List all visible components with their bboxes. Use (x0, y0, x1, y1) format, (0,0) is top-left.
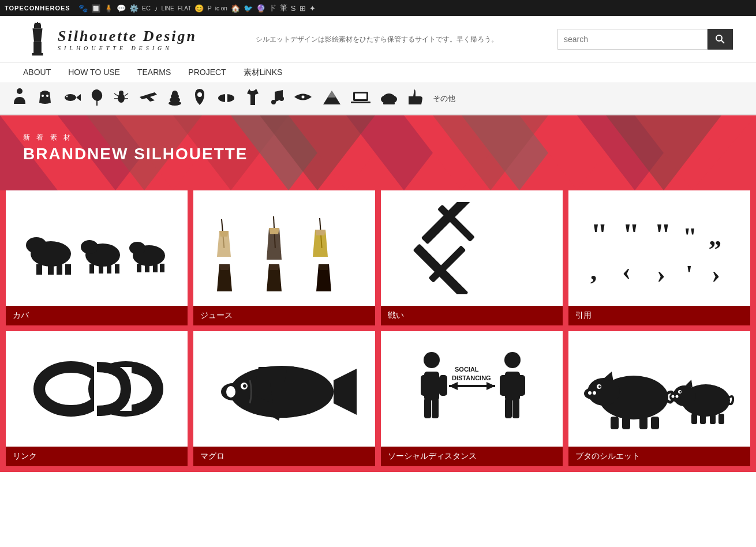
svg-rect-72 (145, 264, 149, 272)
topbar-icon-flat[interactable]: FLAT (178, 5, 192, 12)
site-header: Silhouette Design SILHOUETTE DESIGN シルエッ… (0, 16, 756, 63)
grid-item-quotes[interactable]: " " " , ‹ › " „ ' › 引用 (568, 190, 750, 325)
svg-rect-65 (89, 264, 94, 274)
search-input[interactable] (557, 29, 708, 50)
social-label: ソーシャルディスタンス (381, 447, 563, 466)
nav-how-to-use[interactable]: HOW TO USE (68, 68, 120, 78)
cat-eye[interactable] (293, 91, 313, 107)
cat-other-label[interactable]: その他 (433, 93, 455, 104)
svg-text:‹: ‹ (622, 257, 631, 286)
svg-point-8 (17, 88, 23, 94)
topbar-icon-music[interactable]: ♪ (154, 4, 158, 13)
svg-rect-60 (48, 264, 54, 275)
topbar-icon-gem[interactable]: 🔮 (256, 4, 265, 13)
pig-label: ブタのシルエット (568, 447, 750, 466)
svg-text:›: › (712, 260, 720, 289)
topbar-icon-bird[interactable]: 🐦 (244, 4, 253, 13)
svg-point-29 (279, 96, 284, 101)
nav-links[interactable]: 素材LiNKS (244, 68, 283, 78)
pig-image (568, 331, 750, 447)
svg-rect-119 (439, 375, 447, 396)
search-icon (715, 34, 725, 44)
topbar-icon-grid[interactable]: ⊞ (300, 4, 306, 13)
content-grid: カバ (0, 190, 756, 472)
svg-point-31 (302, 96, 305, 99)
cat-poop[interactable] (167, 88, 182, 109)
svg-point-24 (172, 91, 178, 96)
svg-point-151 (679, 391, 681, 393)
svg-marker-89 (319, 264, 329, 270)
svg-rect-66 (99, 264, 103, 274)
topbar-icon-star[interactable]: ✦ (309, 4, 316, 13)
topbar-icon-do[interactable]: ド (269, 3, 276, 13)
cat-thumbs-up[interactable] (407, 88, 424, 109)
svg-point-28 (271, 100, 276, 104)
grid-item-social[interactable]: SOCIAL DISTANCING ソーシャルディスタンス (381, 331, 563, 466)
grid-item-pig[interactable]: ブタのシルエット (568, 331, 750, 466)
cat-person[interactable] (12, 88, 28, 110)
cat-bug[interactable] (113, 89, 129, 108)
svg-text:": " (654, 217, 672, 252)
cat-mountain[interactable] (322, 89, 342, 108)
pig-svg (582, 343, 738, 435)
cat-music[interactable] (270, 88, 284, 109)
svg-rect-67 (107, 264, 111, 274)
svg-point-136 (588, 391, 592, 395)
topbar-icon-line[interactable]: LINE (161, 5, 174, 12)
svg-rect-5 (35, 23, 40, 25)
drinks-image (193, 190, 375, 306)
svg-rect-2 (33, 42, 42, 54)
svg-point-16 (119, 91, 123, 95)
cat-laptop[interactable] (351, 89, 370, 108)
grid-item-chain[interactable]: リンク (6, 331, 188, 466)
svg-point-113 (226, 386, 235, 398)
topbar-icon-s[interactable]: S (291, 4, 296, 13)
topbar-icon-3[interactable]: 🧍 (104, 4, 113, 13)
social-svg: SOCIAL DISTANCING (394, 343, 550, 435)
svg-rect-154 (700, 414, 706, 424)
top-bar: TOPECONHEROES 🐾 🔲 🧍 💬 ⚙️ EC ♪ LINE FLAT … (0, 0, 756, 16)
svg-rect-120 (424, 398, 431, 418)
svg-marker-77 (219, 231, 229, 237)
svg-point-11 (65, 94, 76, 101)
topbar-icon-2[interactable]: 🔲 (91, 4, 100, 13)
svg-point-148 (671, 395, 674, 398)
nav-tearms[interactable]: TEARMS (137, 68, 171, 78)
topbar-icon-p[interactable]: P (207, 5, 211, 12)
cat-map[interactable] (192, 88, 208, 110)
cat-fashion[interactable] (245, 88, 261, 110)
topbar-icon-4[interactable]: 💬 (117, 4, 126, 13)
svg-rect-73 (153, 264, 158, 272)
svg-rect-118 (421, 375, 429, 396)
logo-area: Silhouette Design SILHOUETTE DESIGN (23, 22, 197, 57)
nav-project[interactable]: PROJECT (188, 68, 226, 78)
svg-point-58 (26, 237, 47, 253)
hippo-image (6, 190, 188, 306)
cat-pill[interactable] (217, 91, 235, 107)
cat-monster[interactable] (37, 88, 53, 110)
logo-text: Silhouette Design SILHOUETTE DESIGN (58, 28, 197, 51)
topbar-icon-fude[interactable]: 筆 (280, 3, 287, 13)
cat-plant[interactable] (90, 88, 104, 109)
cat-plane[interactable] (139, 89, 158, 108)
topbar-icon-ec[interactable]: EC (142, 5, 151, 12)
svg-rect-156 (718, 414, 724, 424)
grid-item-tuna[interactable]: マグロ (193, 331, 375, 466)
topbar-icon-house[interactable]: 🏠 (231, 4, 240, 13)
grid-item-hippo[interactable]: カバ (6, 190, 188, 325)
cat-food[interactable] (380, 89, 398, 108)
grid-item-drinks[interactable]: ジュース (193, 190, 375, 325)
topbar-icon-1[interactable]: 🐾 (78, 4, 88, 13)
nav-about[interactable]: ABOUT (23, 68, 51, 78)
grid-item-swords[interactable]: 戦い (381, 190, 563, 325)
cat-fish[interactable] (62, 91, 81, 107)
swords-svg (394, 202, 550, 294)
svg-rect-141 (611, 417, 619, 429)
chain-svg (19, 343, 175, 435)
swords-label: 戦い (381, 306, 563, 325)
topbar-icon-5[interactable]: ⚙️ (129, 4, 139, 13)
topbar-icon-icon[interactable]: ic on (215, 5, 227, 12)
search-button[interactable] (708, 29, 733, 50)
topbar-icon-face[interactable]: 😊 (194, 4, 204, 13)
svg-rect-27 (225, 94, 227, 102)
